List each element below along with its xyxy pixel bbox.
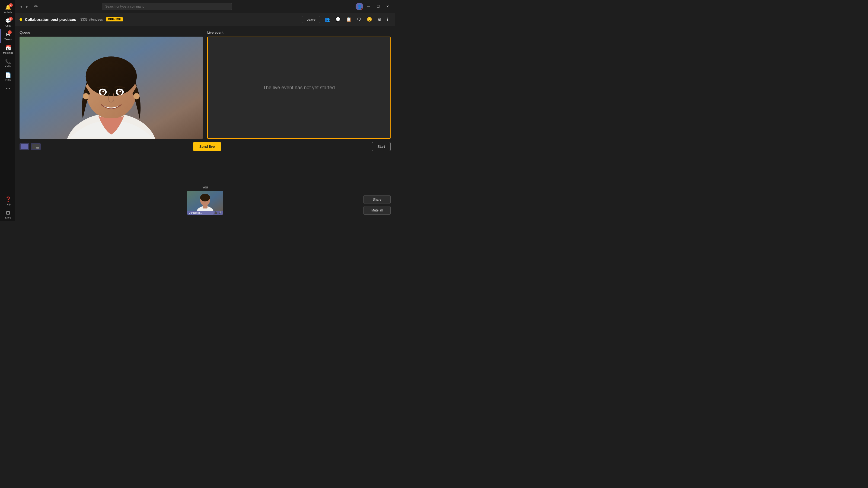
chat-tool-icon: 🗨	[357, 17, 361, 22]
sidebar-item-store[interactable]: ⊡ Store	[0, 208, 15, 221]
event-title: Collaboration best practices	[25, 18, 76, 22]
svg-point-7	[100, 90, 105, 95]
forward-button[interactable]: ▸	[25, 3, 30, 10]
qa-icon: 💬	[335, 17, 341, 22]
search-input[interactable]	[102, 3, 232, 10]
sidebar-item-teams-label: Teams	[4, 38, 12, 41]
user-avatar-button[interactable]: 👤	[355, 3, 363, 10]
sidebar-item-activity-label: Activity	[4, 11, 12, 13]
participants-tool-button[interactable]: 👥	[322, 16, 332, 23]
reactions-tool-button[interactable]: 😊	[365, 16, 374, 23]
layout-single-icon	[21, 144, 28, 149]
you-video-controls: 🎥 🎤	[214, 212, 221, 214]
sidebar-item-teams[interactable]: ⊞ 1 Teams	[0, 29, 15, 43]
sidebar-item-files[interactable]: 📄 Files	[0, 70, 15, 84]
sidebar-item-meetings[interactable]: 📅 Meetings	[0, 43, 15, 56]
reactions-icon: 😊	[367, 17, 372, 22]
pre-live-badge: PRE-LIVE	[106, 18, 123, 22]
chat-icon: 💬 1	[5, 18, 11, 24]
calls-icon: 📞	[5, 59, 11, 65]
queue-video-svg	[20, 37, 203, 139]
send-live-button[interactable]: Send live	[193, 142, 221, 151]
help-icon: ❓	[5, 196, 11, 202]
event-bar: Collaboration best practices 3333 attend…	[15, 13, 395, 26]
minimize-button[interactable]: —	[364, 3, 373, 9]
mic-icon: 🎤	[218, 212, 221, 214]
topbar-nav: ◂ ▸	[19, 3, 30, 10]
topbar-actions: 👤 — ☐ ✕	[355, 3, 392, 10]
you-name-text: Danielle B...	[189, 212, 202, 214]
live-event-panel: Live event The live event has not yet st…	[207, 30, 391, 139]
queue-video	[20, 37, 203, 139]
teams-icon: ⊞ 1	[6, 31, 10, 37]
whiteboard-tool-button[interactable]: 📋	[344, 16, 354, 23]
leave-button[interactable]: Leave	[302, 16, 320, 23]
sidebar-item-files-label: Files	[5, 78, 10, 82]
svg-point-8	[118, 90, 122, 95]
teams-badge: 1	[8, 30, 12, 34]
chat-tool-button[interactable]: 🗨	[355, 16, 364, 23]
start-button[interactable]: Start	[372, 142, 391, 151]
back-button[interactable]: ◂	[19, 3, 24, 10]
layout-pip-icon	[32, 144, 40, 149]
you-container: You	[187, 186, 223, 215]
you-label: You	[203, 186, 208, 189]
activity-badge: 2	[9, 3, 13, 7]
compose-button[interactable]: ✏	[32, 3, 40, 10]
sidebar-item-more[interactable]: ···	[0, 84, 15, 94]
sidebar-item-help[interactable]: ❓ Help	[0, 194, 15, 208]
store-icon: ⊡	[6, 210, 10, 216]
maximize-button[interactable]: ☐	[374, 3, 382, 9]
queue-panel: Queue	[20, 30, 203, 139]
sidebar-item-help-label: Help	[5, 203, 10, 205]
sidebar-item-store-label: Store	[5, 216, 11, 219]
bottom-area: You	[20, 153, 391, 221]
settings-tool-button[interactable]: ⚙	[375, 16, 383, 23]
info-tool-button[interactable]: ℹ	[384, 16, 391, 23]
meetings-icon: 📅	[5, 45, 11, 51]
search-bar	[102, 3, 232, 10]
info-icon: ℹ	[387, 17, 389, 22]
attendees-count: 3333 attendees	[80, 18, 103, 22]
sidebar-item-chat-label: Chat	[5, 24, 10, 27]
mute-all-button[interactable]: Mute all	[364, 206, 391, 215]
svg-point-10	[119, 91, 121, 92]
activity-icon: 🔔 2	[5, 4, 11, 10]
layout-pip-button[interactable]	[31, 143, 41, 150]
settings-icon: ⚙	[378, 17, 381, 22]
sidebar: 🔔 2 Activity 💬 1 Chat ⊞ 1 Teams 📅 Meetin…	[0, 0, 15, 221]
svg-rect-17	[203, 204, 208, 208]
svg-point-12	[134, 93, 140, 99]
controls-row: Send live Start	[20, 142, 391, 153]
qa-tool-button[interactable]: 💬	[333, 16, 343, 23]
you-video: Danielle B... 🎥 🎤	[187, 191, 223, 215]
live-event-placeholder: The live event has not yet started	[263, 85, 335, 91]
main-area: ◂ ▸ ✏ 👤 — ☐ ✕ Collaboration best practic…	[15, 0, 395, 221]
svg-point-9	[102, 91, 104, 92]
sidebar-item-chat[interactable]: 💬 1 Chat	[0, 16, 15, 29]
live-event-display: The live event has not yet started	[207, 37, 391, 139]
topbar: ◂ ▸ ✏ 👤 — ☐ ✕	[15, 0, 395, 13]
live-event-title: Live event	[207, 30, 391, 34]
layout-single-button[interactable]	[20, 143, 29, 150]
content-area: Queue	[15, 26, 395, 221]
sidebar-item-meetings-label: Meetings	[3, 52, 13, 54]
panels: Queue	[20, 30, 391, 139]
chat-badge: 1	[9, 17, 13, 21]
you-name-bar: Danielle B... 🎥 🎤	[187, 211, 223, 215]
sidebar-item-calls[interactable]: 📞 Calls	[0, 56, 15, 70]
queue-title: Queue	[20, 30, 203, 34]
svg-point-15	[200, 194, 210, 201]
share-button[interactable]: Share	[364, 195, 391, 204]
sidebar-item-activity[interactable]: 🔔 2 Activity	[0, 2, 15, 16]
participants-icon: 👥	[324, 17, 330, 22]
whiteboard-icon: 📋	[346, 17, 351, 22]
queue-video-inner	[20, 37, 203, 139]
avatar-status	[361, 8, 363, 10]
sidebar-item-calls-label: Calls	[5, 65, 10, 68]
svg-point-11	[83, 93, 89, 99]
event-indicator	[20, 18, 22, 21]
close-button[interactable]: ✕	[383, 3, 392, 9]
more-icon: ···	[6, 86, 10, 91]
event-tools: 👥 💬 📋 🗨 😊 ⚙ ℹ	[322, 16, 391, 23]
